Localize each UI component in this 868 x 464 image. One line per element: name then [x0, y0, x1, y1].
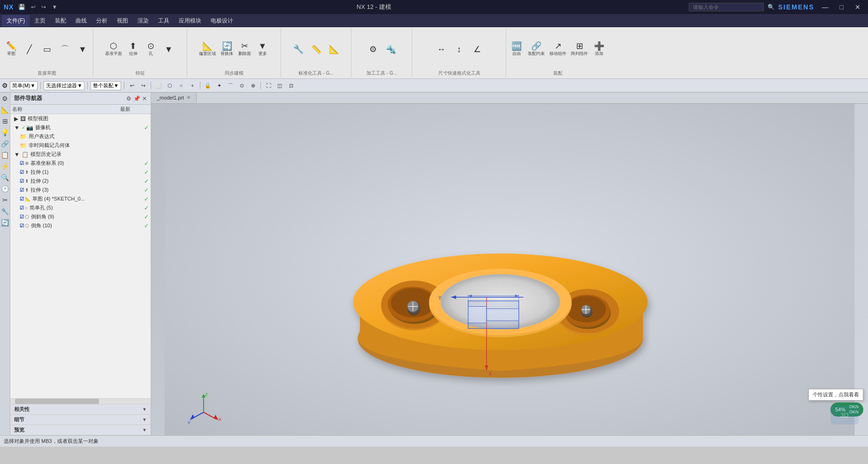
menu-electrode[interactable]: 电极设计 [206, 15, 238, 27]
selection-mode-dropdown[interactable]: 简单(M) ▼ [10, 81, 38, 90]
ls-icon-9[interactable]: 🕐 [0, 184, 10, 194]
array-component-button[interactable]: ⊞ 阵列组件 [569, 41, 590, 58]
hole-button[interactable]: ⊙ 孔 [143, 41, 160, 58]
std-tool3[interactable]: 📐 [326, 44, 343, 54]
tree-sketch4[interactable]: ☑ 📐 草图 (4) *SKETCH_0... ✓ [10, 194, 151, 203]
replace-face-button[interactable]: 🔄 替换体 [219, 41, 236, 58]
dim-icons: ↔ ↕ ∠ [433, 29, 486, 69]
menu-assembly[interactable]: 装配 [50, 15, 71, 27]
menu-view[interactable]: 视图 [112, 15, 133, 27]
sketch-more[interactable]: ▼ [74, 44, 91, 54]
delete-face-button[interactable]: ✂ 删除面 [236, 41, 253, 58]
view-btn-3[interactable]: ⊡ [286, 81, 296, 90]
feature-more[interactable]: ▼ [160, 44, 177, 54]
dim-tool1[interactable]: ↔ [433, 44, 450, 54]
more-icon[interactable]: ▼ [50, 3, 59, 11]
search-icon[interactable]: 🔍 [768, 4, 775, 10]
tree-extrude3[interactable]: ☑ ⬆ 拉伸 (3) ✓ [10, 186, 151, 194]
std-tool1[interactable]: 🔧 [290, 44, 307, 54]
extrude-button[interactable]: ⬆ 拉伸 [125, 41, 142, 58]
filter-dropdown[interactable]: 无选择过滤器 ▼ [44, 81, 84, 90]
ls-icon-4[interactable]: 💡 [0, 127, 10, 138]
tree-extrude1[interactable]: ☑ ⬆ 拉伸 (1) ✓ [10, 168, 151, 177]
preview-panel-header[interactable]: 预览 ▼ [10, 425, 151, 435]
sel-btn-9[interactable]: ⊕ [248, 81, 258, 90]
snap-btn[interactable]: 🔒 [203, 81, 213, 90]
menu-file[interactable]: 文件(F) [2, 15, 30, 27]
sketch-button[interactable]: ✏️ 草图 [3, 41, 20, 58]
ls-icon-8[interactable]: 🔍 [0, 172, 10, 183]
add-component-button[interactable]: ➕ 添加 [591, 41, 608, 58]
ls-icon-1[interactable]: ⚙ [1, 93, 9, 104]
sel-btn-1[interactable]: ↩ [127, 81, 137, 90]
sel-btn-6[interactable]: + [188, 81, 197, 90]
tree-datum-cs[interactable]: ☑ ⊕ 基准坐标系 (0) ✓ [10, 159, 151, 168]
sel-btn-5[interactable]: ○ [176, 81, 186, 90]
detail-panel-header[interactable]: 细节 ▼ [10, 415, 151, 425]
relevance-panel-header[interactable]: 相关性 ▼ [10, 404, 151, 415]
menu-render[interactable]: 渲染 [133, 15, 153, 27]
redo-icon[interactable]: ↪ [39, 3, 48, 11]
tree-extrude2[interactable]: ☑ ⬆ 拉伸 (2) ✓ [10, 177, 151, 186]
ls-icon-6[interactable]: 📋 [0, 150, 10, 160]
tree-chamfer9[interactable]: ☑ ⬡ 倒斜角 (9) ✓ [10, 212, 151, 221]
menu-curve[interactable]: 曲线 [71, 15, 91, 27]
assembly-filter-dropdown[interactable]: 整个装配 ▼ [91, 81, 121, 90]
mach-tool2[interactable]: 🔩 [382, 44, 399, 54]
menu-apps[interactable]: 应用模块 [174, 15, 206, 27]
model-tab[interactable]: _model1.prt ✕ [151, 93, 197, 103]
sel-btn-3[interactable]: ⬜ [154, 81, 163, 90]
undo-icon[interactable]: ↩ [29, 3, 38, 11]
viewport[interactable]: _model1.prt ✕ [151, 93, 868, 435]
command-search[interactable] [689, 3, 764, 11]
panel-close-icon[interactable]: ✕ [142, 95, 147, 102]
sketch-line[interactable]: ╱ [21, 44, 38, 54]
parts-scrollbar[interactable] [10, 398, 151, 404]
sel-btn-8[interactable]: ⊙ [237, 81, 246, 90]
sketch-arc[interactable]: ⌒ [56, 44, 73, 54]
ls-icon-10[interactable]: ✂ [1, 195, 9, 205]
sync-more[interactable]: ▼ 更多 [254, 41, 271, 58]
sel-btn-4[interactable]: ⬡ [165, 81, 175, 90]
std-tool2[interactable]: 📏 [308, 44, 325, 54]
snap-btn2[interactable]: ✦ [214, 81, 224, 90]
tab-close-icon[interactable]: ✕ [187, 95, 190, 100]
minimize-button[interactable]: — [818, 2, 832, 12]
menu-home[interactable]: 主页 [30, 15, 50, 27]
panel-pin-icon[interactable]: 📌 [133, 95, 140, 102]
tree-model-views[interactable]: ▶ 🖼 模型视图 [10, 114, 151, 123]
offset-region-button[interactable]: 📐 偏置区域 [197, 41, 218, 58]
ls-icon-2[interactable]: 📐 [0, 105, 10, 115]
tree-hole5[interactable]: ☑ ○ 简单孔 (5) ✓ [10, 203, 151, 212]
tree-fillet10[interactable]: ☑ ⬡ 倒角 (10) ✓ [10, 221, 151, 230]
free-button[interactable]: 🆓 自由 [508, 41, 525, 58]
tree-camera[interactable]: ▼ ✓ 📷 摄像机 ✓ [10, 123, 151, 132]
sel-btn-7[interactable]: ⌒ [226, 81, 235, 90]
menu-analysis[interactable]: 分析 [91, 15, 112, 27]
ls-icon-7[interactable]: ⚡ [0, 161, 10, 171]
ls-icon-5[interactable]: 🔗 [0, 139, 10, 149]
dim-tool3[interactable]: ∠ [469, 44, 486, 54]
view-btn-2[interactable]: ◫ [275, 81, 284, 90]
panel-settings-icon[interactable]: ⚙ [126, 95, 131, 102]
maximize-button[interactable]: □ [836, 2, 847, 12]
ls-icon-11[interactable]: 🔧 [0, 206, 10, 217]
view-btn-1[interactable]: ⛶ [264, 81, 273, 90]
menu-tools[interactable]: 工具 [153, 15, 174, 27]
sel-btn-2[interactable]: ↪ [138, 81, 148, 90]
tree-nonstamp-geo[interactable]: 📁 非时间截记几何体 [10, 141, 151, 150]
mach-tool1[interactable]: ⚙ [365, 44, 381, 54]
assembly-constraint-button[interactable]: 🔗 装配约束 [526, 41, 547, 58]
settings-icon[interactable]: ⚙ [2, 82, 8, 89]
dim-tool2[interactable]: ↕ [451, 44, 468, 54]
ls-icon-12[interactable]: 🔄 [0, 217, 10, 228]
close-button[interactable]: ✕ [851, 2, 864, 12]
sketch-rect[interactable]: ▭ [38, 44, 55, 54]
tree-model-history[interactable]: ▼ 📋 模型历史记录 [10, 150, 151, 159]
model-3d-area[interactable]: X Y [151, 104, 868, 435]
move-component-button[interactable]: ↗ 移动组件 [548, 41, 568, 58]
datum-plane-button[interactable]: ⬡ 基准平面 [103, 41, 124, 58]
save-icon[interactable]: 💾 [16, 3, 27, 11]
ls-icon-3[interactable]: ⊞ [1, 116, 9, 126]
tree-user-expr[interactable]: 📁 用户表达式 [10, 132, 151, 141]
